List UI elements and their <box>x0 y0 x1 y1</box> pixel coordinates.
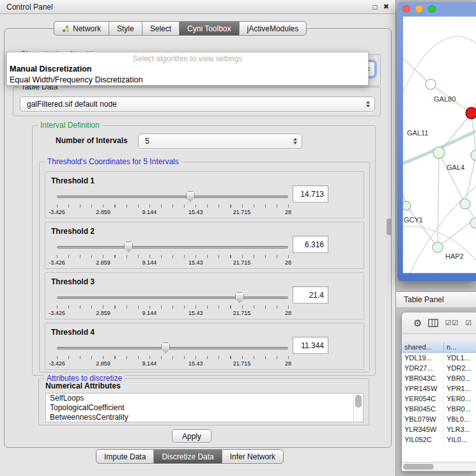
dropdown-option-equal-width-frequency[interactable]: Equal Width/Frequency Discretization <box>7 75 368 86</box>
gear-icon[interactable]: ⚙ <box>413 318 422 328</box>
column-header-shared-name[interactable]: shared... <box>402 342 444 352</box>
dropdown-option-manual-discretization[interactable]: Manual Discretization <box>7 64 368 75</box>
slider-scale: -3.4262.8599.14415.4321.71528 <box>57 360 288 367</box>
threshold-label: Threshold 4 <box>51 328 95 337</box>
node-label: GAL80 <box>434 95 456 103</box>
tab-style[interactable]: Style <box>109 22 142 35</box>
apply-button[interactable]: Apply <box>172 429 211 443</box>
table-hscrollbar[interactable] <box>402 462 476 471</box>
table-row[interactable]: YBL079WYBL0... <box>402 414 476 424</box>
scale-label: 21.715 <box>233 360 251 367</box>
table-cell[interactable]: YBL0... <box>444 414 476 424</box>
number-of-intervals-combo[interactable]: 5 <box>138 134 302 149</box>
table-data-combo[interactable]: galFiltered.sif default node <box>20 96 375 112</box>
table-columns-icon[interactable] <box>428 319 438 327</box>
minimize-traffic-light-icon[interactable] <box>415 5 423 13</box>
select-all-rows-icon[interactable]: ☑ <box>465 319 472 326</box>
table-cell[interactable]: YER0... <box>444 394 476 404</box>
table-cell[interactable]: YDL19... <box>402 353 444 363</box>
network-node[interactable] <box>466 107 476 119</box>
table-row[interactable]: YIL052CYIL0... <box>402 434 476 445</box>
threshold-value-field[interactable]: 21.4 <box>293 286 328 303</box>
table-cell[interactable]: YIL0... <box>444 434 476 445</box>
network-node[interactable] <box>433 242 443 252</box>
table-cell[interactable]: YBL079W <box>402 414 444 424</box>
slider-thumb[interactable] <box>161 342 170 353</box>
table-cell[interactable]: YLR345W <box>402 424 444 434</box>
table-cell[interactable]: YDL1... <box>444 353 476 363</box>
tab-jactivemodules[interactable]: jActiveModules <box>240 22 307 35</box>
threshold-slider[interactable] <box>57 242 288 253</box>
threshold-slider[interactable] <box>57 191 288 203</box>
hscrollbar-thumb[interactable] <box>403 464 434 470</box>
table-row[interactable]: YLR345WYLR3... <box>402 424 476 434</box>
threshold-slider[interactable] <box>57 292 288 303</box>
threshold-label: Threshold 1 <box>51 176 95 185</box>
tab-select[interactable]: Select <box>142 22 180 35</box>
scale-label: 21.715 <box>233 209 251 215</box>
threshold-value-field[interactable]: 14.713 <box>293 185 328 203</box>
table-row[interactable]: YDR27...YDR2... <box>402 363 476 373</box>
network-node[interactable] <box>426 79 436 89</box>
threshold-slider[interactable] <box>57 342 288 354</box>
tab-network[interactable]: Network <box>54 22 109 35</box>
slider-thumb[interactable] <box>186 191 195 202</box>
top-tab-bar: NetworkStyleSelectCyni ToolboxjActiveMod… <box>54 21 307 36</box>
table-cell[interactable]: YLR3... <box>444 424 476 434</box>
tab-infer-network[interactable]: Infer Network <box>222 450 283 463</box>
zoom-traffic-light-icon[interactable] <box>428 5 436 13</box>
table-cell[interactable]: YBR0... <box>444 373 476 383</box>
tab-label: Select <box>150 24 171 33</box>
table-cell[interactable]: YBR0... <box>444 404 476 414</box>
tab-impute-data[interactable]: Impute Data <box>96 450 154 463</box>
network-node[interactable] <box>460 199 470 209</box>
panel-scrollbar-thumb[interactable] <box>387 219 392 235</box>
table-cell[interactable]: YBR045C <box>402 404 444 414</box>
close-traffic-light-icon[interactable] <box>403 5 410 13</box>
network-node[interactable] <box>403 201 411 210</box>
scale-label: 21.715 <box>233 310 251 316</box>
scale-label: 2.859 <box>96 310 111 316</box>
attribute-item[interactable]: TopologicalCoefficient <box>46 403 363 413</box>
table-row[interactable]: YPR145WYPR1... <box>402 383 476 394</box>
float-window-icon[interactable]: □ <box>373 3 378 11</box>
table-cell[interactable]: YBR043C <box>402 373 444 383</box>
table-cell[interactable]: YDR2... <box>444 363 476 373</box>
combo-arrows-icon <box>366 101 370 107</box>
screen: Control Panel □ ✖ NetworkStyleSelectCyni… <box>0 0 476 476</box>
table-cell[interactable]: YIL052C <box>402 434 444 445</box>
number-of-intervals-value: 5 <box>145 137 150 146</box>
tab-cyni-toolbox[interactable]: Cyni Toolbox <box>180 22 239 35</box>
table-row[interactable]: YER054CYER0... <box>402 394 476 404</box>
table-row[interactable]: YBR045CYBR0... <box>402 404 476 414</box>
close-window-icon[interactable]: ✖ <box>383 3 389 10</box>
slider-track[interactable] <box>57 296 288 299</box>
table-cell[interactable]: YPR145W <box>402 383 444 394</box>
network-canvas[interactable]: GAL80GAL11GAL4GCY1HAP2 <box>403 16 476 273</box>
attribute-item[interactable]: SelfLoops <box>46 394 363 403</box>
list-scrollbar[interactable] <box>353 394 363 422</box>
slider-track[interactable] <box>57 347 288 349</box>
slider-scale: -3.4262.8599.14415.4321.71528 <box>57 310 288 317</box>
table-row[interactable]: YDL19...YDL1... <box>402 353 476 363</box>
column-header-name[interactable]: n... <box>444 342 476 352</box>
slider-thumb[interactable] <box>235 292 244 303</box>
threshold-value-field[interactable]: 11.344 <box>293 337 328 354</box>
network-node[interactable] <box>433 147 445 158</box>
list-scrollbar-thumb[interactable] <box>355 395 362 408</box>
table-row[interactable]: YBR043CYBR0... <box>402 373 476 383</box>
tab-discretize-data[interactable]: Discretize Data <box>154 450 222 463</box>
table-toolbar: ⚙ ☑☑ ☑ <box>402 312 476 334</box>
threshold-value-field[interactable]: 6.316 <box>293 236 328 253</box>
slider-thumb[interactable] <box>124 242 133 252</box>
slider-track[interactable] <box>57 196 288 198</box>
select-columns-icon[interactable]: ☑☑ <box>445 319 459 326</box>
network-node[interactable] <box>471 150 476 160</box>
numerical-attributes-list[interactable]: SelfLoopsTopologicalCoefficientBetweenne… <box>45 393 364 422</box>
network-node[interactable] <box>470 218 476 228</box>
table-cell[interactable]: YPR1... <box>444 383 476 394</box>
slider-track[interactable] <box>57 246 288 249</box>
attribute-item[interactable]: BetweennessCentrality <box>46 413 363 422</box>
table-cell[interactable]: YER054C <box>402 394 444 404</box>
table-cell[interactable]: YDR27... <box>402 363 444 373</box>
